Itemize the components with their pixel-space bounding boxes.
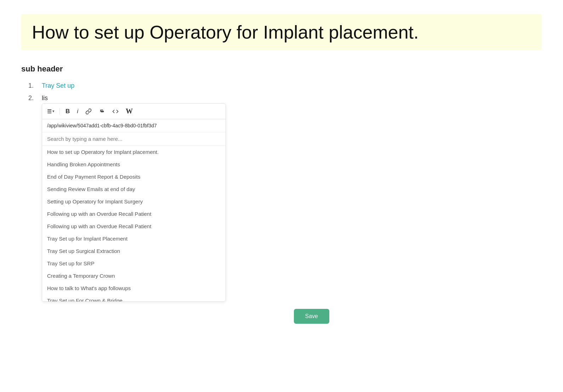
dropdown-list: How to set up Operatory for Implant plac… <box>42 146 226 301</box>
dropdown-item[interactable]: Creating a Temporary Crown <box>42 270 226 282</box>
list-item: 1. Tray Set up <box>28 82 542 90</box>
list-item-1-link[interactable]: Tray Set up <box>42 82 74 90</box>
page-title: How to set up Operatory for Implant plac… <box>32 21 531 43</box>
save-button[interactable]: Save <box>294 309 329 324</box>
list-item-2-text: lis <box>42 94 48 102</box>
italic-button[interactable]: i <box>75 106 80 116</box>
dropdown-item[interactable]: Following up with an Overdue Recall Pati… <box>42 208 226 220</box>
editor-toolbar: ☰ ▾ B i <box>42 104 226 119</box>
save-button-wrapper: Save <box>21 309 542 324</box>
editor-popup: ☰ ▾ B i <box>42 103 226 302</box>
url-display[interactable]: /app/wikiview/5047add1-cbfb-4ac9-8bd0-01… <box>47 123 221 128</box>
url-field-area: /app/wikiview/5047add1-cbfb-4ac9-8bd0-01… <box>42 119 226 132</box>
link-icon <box>85 108 92 115</box>
link-button[interactable] <box>83 107 94 116</box>
sub-header: sub header <box>21 64 542 74</box>
page-title-wrapper: How to set up Operatory for Implant plac… <box>21 14 542 50</box>
search-area[interactable] <box>42 132 226 146</box>
list-icon: ☰ <box>47 108 52 115</box>
dropdown-item[interactable]: How to talk to What's app followups <box>42 282 226 294</box>
strike-button[interactable] <box>97 107 107 116</box>
ordered-list: 1. Tray Set up 2. lis ☰ ▾ B <box>21 82 542 302</box>
search-input[interactable] <box>47 136 221 142</box>
bold-button[interactable]: B <box>63 106 72 116</box>
list-number-2: 2. <box>28 94 39 102</box>
dropdown-item[interactable]: Following up with an Overdue Recall Pati… <box>42 220 226 232</box>
toolbar-divider-1 <box>59 108 60 115</box>
dropdown-item[interactable]: Tray Set up for SRP <box>42 257 226 270</box>
editor-container: lis ☰ ▾ B i <box>42 94 226 302</box>
wiki-button[interactable]: W <box>124 106 135 117</box>
dropdown-item[interactable]: Tray Set up For Crown & Bridge <box>42 294 226 301</box>
code-button[interactable] <box>110 107 121 116</box>
dropdown-item[interactable]: Sending Review Emails at end of day <box>42 183 226 195</box>
dropdown-item[interactable]: Tray Set up for Implant Placement <box>42 232 226 245</box>
list-number-1: 1. <box>28 82 39 90</box>
dropdown-item[interactable]: Setting up Operatory for Implant Surgery <box>42 195 226 208</box>
strike-icon <box>99 108 105 115</box>
dropdown-item[interactable]: End of Day Payment Report & Deposits <box>42 171 226 183</box>
list-style-button[interactable]: ☰ ▾ <box>46 107 56 116</box>
wiki-icon: W <box>126 107 133 115</box>
dropdown-item[interactable]: Handling Broken Appointments <box>42 158 226 171</box>
list-toolbar-group: ☰ ▾ <box>46 107 56 116</box>
list-item-2-wrapper: 2. lis ☰ ▾ B i <box>28 94 542 302</box>
dropdown-item[interactable]: How to set up Operatory for Implant plac… <box>42 146 226 158</box>
code-icon <box>112 108 119 115</box>
chevron-down-icon: ▾ <box>52 109 55 114</box>
dropdown-item[interactable]: Tray Set up Surgical Extraction <box>42 245 226 257</box>
